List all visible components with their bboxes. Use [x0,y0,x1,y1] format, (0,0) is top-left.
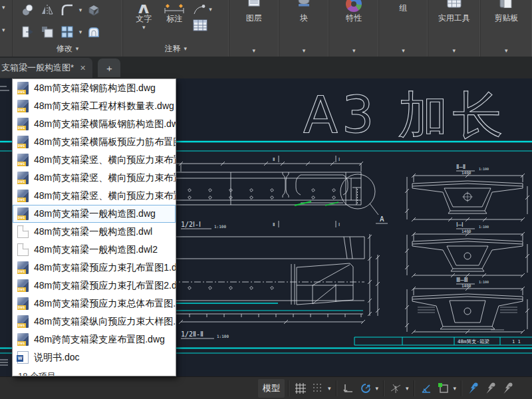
panel-expand[interactable]: ▾ [303,48,306,54]
svg-text:1:100: 1:100 [479,225,489,229]
object-snap-icon[interactable] [435,380,452,397]
close-icon[interactable]: ✕ [80,64,86,72]
panel-clipboard: 剪贴板 ▾ [481,0,532,57]
leader-icon [192,3,207,16]
chevron-down-icon[interactable]: ▾ [406,385,409,392]
model-button[interactable]: 模型 [258,379,285,398]
offset-icon[interactable] [86,24,102,40]
mirror-icon[interactable] [39,2,55,18]
file-list-item[interactable]: 48m简支箱梁横隔板预应力筋布置图.dwg [13,133,176,151]
box-3d-icon[interactable] [86,2,102,18]
svg-text:Ⅱ: Ⅱ [273,157,275,162]
file-type-icon [17,118,29,130]
dimension-button[interactable]: 标注 [159,0,190,32]
svg-text:Ⅱ: Ⅱ [273,222,275,227]
chevron-down-icon[interactable]: ▾ [454,385,457,392]
file-type-icon [17,225,29,238]
file-list-item[interactable]: 说明书.doc [13,348,176,366]
file-list-item[interactable]: 48m简支箱梁工程材料数量表.dwg [13,97,176,115]
new-tab-button[interactable]: + [98,59,120,77]
panel-expand[interactable]: ▾ [452,48,456,54]
panel-annotate: A 文字 ▾ 标注 ▾ [123,0,229,57]
file-list-item[interactable]: 48m简支箱梁预应力束孔布置图1.dwg [13,259,176,277]
file-type-icon [17,261,29,274]
file-list-item-selected[interactable]: 48m简支箱梁一般构造图.dwg [13,205,176,223]
leader-button[interactable]: ▾ [192,3,212,16]
array-icon[interactable] [59,24,75,40]
svg-text:1400: 1400 [462,229,471,233]
text-button[interactable]: A 文字 ▾ [128,0,159,32]
properties-pie-icon[interactable] [346,0,362,11]
svg-text:1400: 1400 [462,170,471,175]
file-type-icon [17,100,29,112]
section-c [405,287,529,334]
file-list-item[interactable]: 48m简支箱梁一般构造图.dwl2 [13,241,176,259]
annotation-visibility-icon[interactable] [465,380,482,397]
layers-icon[interactable] [247,0,261,11]
chevron-down-icon[interactable]: ▾ [2,27,5,33]
dynamic-input-icon[interactable] [418,380,435,397]
panel-label-modify[interactable]: 修改▾ [13,43,122,55]
fillet-icon[interactable] [59,2,75,18]
chevron-down-icon[interactable]: ▾ [328,385,331,392]
file-list-item[interactable]: 48m简支箱梁纵向预应力束大样图.dwg [13,313,176,331]
svg-text:Ⅰ: Ⅰ [338,222,340,227]
grid-icon[interactable] [292,380,309,397]
annotation-autoscale-icon[interactable] [482,380,499,397]
clipboard-icon[interactable] [498,0,514,11]
file-list-item[interactable]: 48m简支箱梁竖、横向预应力束布置图.dwg [13,151,176,169]
snap-grid-icon[interactable] [309,380,327,397]
annotation-scale-icon[interactable] [499,380,517,397]
block-icon[interactable] [296,0,312,11]
copy-circles-icon[interactable] [19,2,35,18]
file-list-item[interactable]: 48m简支箱梁一般构造图.dwl [13,223,176,241]
chevron-down-icon: ▾ [209,7,212,13]
ribbon: ▾ ▾ ▾ [0,0,532,57]
panel-expand[interactable]: ▾ [505,48,508,54]
section-a [405,174,529,221]
file-type-icon [17,190,29,202]
scale-icon[interactable] [39,24,55,40]
svg-text:1:100: 1:100 [217,334,229,338]
chevron-down-icon[interactable]: ▾ [79,29,82,35]
file-type-icon [17,279,29,292]
table-icon [192,19,208,32]
utilities-icon[interactable] [446,0,462,11]
title-block [354,337,532,345]
file-list-item[interactable]: 48m简支箱梁竖、横向预应力束布置图.dwg [13,187,176,205]
chevron-down-icon[interactable]: ▾ [376,385,379,392]
file-list-item[interactable]: 48m简支箱梁预应力束孔布置图2.dwg [13,277,176,295]
file-type-icon [17,351,29,364]
file-list-item[interactable]: 48m简支箱梁钢筋构造图.dwg [13,79,176,97]
ribbon-edge-panel: ▾ ▾ [0,0,13,57]
elevation-label: 1/2Ⅰ-Ⅰ [181,221,201,228]
stretch-icon[interactable] [19,24,35,40]
item-count-footer: 18 个项目 [13,366,176,376]
tab-active-drawing[interactable]: 支箱梁一般构造图* ✕ [0,58,92,78]
file-type-icon [17,297,29,310]
panel-expand[interactable]: ▾ [352,48,356,54]
panel-expand[interactable]: ▾ [252,48,255,54]
cad-application-window: ▾ ▾ ▾ [0,0,532,399]
polar-tracking-icon[interactable] [357,380,374,397]
table-button[interactable] [192,19,212,32]
isodraft-icon[interactable] [387,380,404,397]
panel-expand[interactable]: ▾ [402,48,405,54]
file-list-item[interactable]: 48m简支箱梁竖、横向预应力束布置图.dwg [13,169,176,187]
plan-label: 1/2Ⅱ-Ⅱ [181,331,203,338]
chevron-down-icon[interactable]: ▾ [79,7,82,13]
file-list-item[interactable]: 48m跨简支箱梁支座布置图.dwg [13,331,176,348]
file-list-item[interactable]: 48m简支箱梁横隔板钢筋构造图.dwg [13,115,176,133]
section-b-label: Ⅰ—Ⅰ [456,221,464,228]
svg-text:1:100: 1:100 [214,224,226,229]
ortho-icon[interactable] [340,380,357,397]
section-b [405,232,529,277]
chevron-down-icon[interactable]: ▾ [2,5,5,11]
file-type-icon [17,333,29,346]
panel-block: 块 ▾ [279,0,329,57]
file-list-item[interactable]: 48m简支箱梁预应力束总体布置图.dwg [13,295,176,313]
file-type-icon [17,207,29,220]
file-type-icon [17,154,29,166]
panel-label-annotate[interactable]: 注释▾ [123,43,228,55]
title-block-sheet-no: 1 1 [512,339,521,344]
